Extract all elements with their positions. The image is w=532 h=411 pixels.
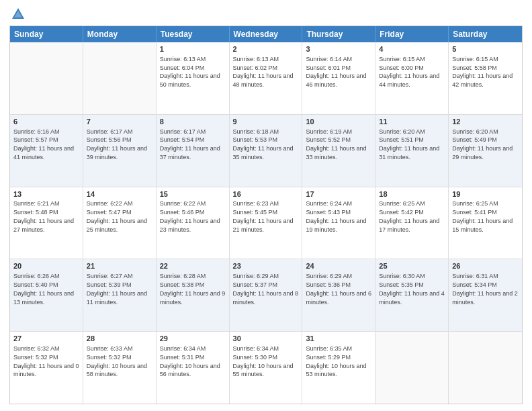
day-info: Sunrise: 6:17 AM Sunset: 5:56 PM Dayligh… <box>87 128 147 161</box>
day-info: Sunrise: 6:29 AM Sunset: 5:36 PM Dayligh… <box>306 273 371 305</box>
day-cell-10: 10Sunrise: 6:19 AM Sunset: 5:52 PM Dayli… <box>302 115 375 187</box>
empty-cell <box>10 42 83 114</box>
day-info: Sunrise: 6:21 AM Sunset: 5:48 PM Dayligh… <box>13 200 74 232</box>
day-number: 27 <box>13 334 79 344</box>
calendar: SundayMondayTuesdayWednesdayThursdayFrid… <box>9 26 523 404</box>
calendar-header: SundayMondayTuesdayWednesdayThursdayFrid… <box>10 26 522 42</box>
day-cell-13: 13Sunrise: 6:21 AM Sunset: 5:48 PM Dayli… <box>10 187 83 259</box>
day-cell-23: 23Sunrise: 6:29 AM Sunset: 5:37 PM Dayli… <box>230 259 303 331</box>
calendar-row-5: 27Sunrise: 6:32 AM Sunset: 5:32 PM Dayli… <box>10 332 522 404</box>
day-number: 28 <box>87 334 152 344</box>
day-cell-4: 4Sunrise: 6:15 AM Sunset: 6:00 PM Daylig… <box>375 42 449 114</box>
day-number: 15 <box>160 189 226 199</box>
day-cell-25: 25Sunrise: 6:30 AM Sunset: 5:35 PM Dayli… <box>375 259 449 331</box>
empty-cell <box>83 42 157 114</box>
day-info: Sunrise: 6:20 AM Sunset: 5:49 PM Dayligh… <box>452 128 513 161</box>
day-info: Sunrise: 6:33 AM Sunset: 5:32 PM Dayligh… <box>87 345 147 377</box>
day-number: 21 <box>87 261 152 271</box>
day-info: Sunrise: 6:16 AM Sunset: 5:57 PM Dayligh… <box>13 128 74 161</box>
day-number: 30 <box>233 334 299 344</box>
day-number: 12 <box>452 117 519 127</box>
calendar-row-2: 6Sunrise: 6:16 AM Sunset: 5:57 PM Daylig… <box>10 115 522 187</box>
day-number: 4 <box>379 44 445 54</box>
day-number: 26 <box>452 261 519 271</box>
day-info: Sunrise: 6:17 AM Sunset: 5:54 PM Dayligh… <box>160 128 220 161</box>
header-day-thursday: Thursday <box>302 26 375 42</box>
header-day-monday: Monday <box>83 26 157 42</box>
calendar-row-1: 1Sunrise: 6:13 AM Sunset: 6:04 PM Daylig… <box>10 42 522 115</box>
day-cell-8: 8Sunrise: 6:17 AM Sunset: 5:54 PM Daylig… <box>157 115 230 187</box>
day-number: 11 <box>379 117 445 127</box>
header-day-friday: Friday <box>375 26 449 42</box>
logo-area <box>9 7 26 21</box>
day-info: Sunrise: 6:15 AM Sunset: 5:58 PM Dayligh… <box>452 56 513 88</box>
day-number: 25 <box>379 261 445 271</box>
day-cell-6: 6Sunrise: 6:16 AM Sunset: 5:57 PM Daylig… <box>10 115 83 187</box>
day-cell-3: 3Sunrise: 6:14 AM Sunset: 6:01 PM Daylig… <box>302 42 375 114</box>
day-number: 2 <box>233 44 299 54</box>
header-day-saturday: Saturday <box>449 26 522 42</box>
day-number: 19 <box>452 189 519 199</box>
day-number: 10 <box>306 117 371 127</box>
day-info: Sunrise: 6:31 AM Sunset: 5:34 PM Dayligh… <box>452 273 518 305</box>
day-number: 5 <box>452 44 519 54</box>
day-cell-22: 22Sunrise: 6:28 AM Sunset: 5:38 PM Dayli… <box>157 259 230 331</box>
day-info: Sunrise: 6:32 AM Sunset: 5:32 PM Dayligh… <box>13 345 79 377</box>
day-cell-24: 24Sunrise: 6:29 AM Sunset: 5:36 PM Dayli… <box>302 259 375 331</box>
day-number: 16 <box>233 189 299 199</box>
day-cell-1: 1Sunrise: 6:13 AM Sunset: 6:04 PM Daylig… <box>157 42 230 114</box>
day-cell-19: 19Sunrise: 6:25 AM Sunset: 5:41 PM Dayli… <box>449 187 522 259</box>
header-day-sunday: Sunday <box>10 26 83 42</box>
day-info: Sunrise: 6:18 AM Sunset: 5:53 PM Dayligh… <box>233 128 294 161</box>
day-cell-26: 26Sunrise: 6:31 AM Sunset: 5:34 PM Dayli… <box>449 259 522 331</box>
day-info: Sunrise: 6:27 AM Sunset: 5:39 PM Dayligh… <box>87 273 147 305</box>
day-number: 14 <box>87 189 152 199</box>
day-info: Sunrise: 6:22 AM Sunset: 5:47 PM Dayligh… <box>87 200 147 232</box>
day-cell-17: 17Sunrise: 6:24 AM Sunset: 5:43 PM Dayli… <box>302 187 375 259</box>
day-number: 9 <box>233 117 299 127</box>
day-cell-7: 7Sunrise: 6:17 AM Sunset: 5:56 PM Daylig… <box>83 115 157 187</box>
day-info: Sunrise: 6:13 AM Sunset: 6:02 PM Dayligh… <box>233 56 294 88</box>
day-cell-16: 16Sunrise: 6:23 AM Sunset: 5:45 PM Dayli… <box>230 187 303 259</box>
day-number: 6 <box>13 117 79 127</box>
header <box>9 7 523 21</box>
day-cell-18: 18Sunrise: 6:25 AM Sunset: 5:42 PM Dayli… <box>375 187 449 259</box>
day-cell-21: 21Sunrise: 6:27 AM Sunset: 5:39 PM Dayli… <box>83 259 157 331</box>
day-info: Sunrise: 6:24 AM Sunset: 5:43 PM Dayligh… <box>306 200 366 232</box>
day-info: Sunrise: 6:20 AM Sunset: 5:51 PM Dayligh… <box>379 128 439 161</box>
day-number: 17 <box>306 189 371 199</box>
day-number: 29 <box>160 334 226 344</box>
logo <box>9 7 26 21</box>
calendar-row-4: 20Sunrise: 6:26 AM Sunset: 5:40 PM Dayli… <box>10 259 522 332</box>
day-info: Sunrise: 6:34 AM Sunset: 5:30 PM Dayligh… <box>233 345 294 377</box>
day-cell-11: 11Sunrise: 6:20 AM Sunset: 5:51 PM Dayli… <box>375 115 449 187</box>
day-number: 18 <box>379 189 445 199</box>
day-cell-30: 30Sunrise: 6:34 AM Sunset: 5:30 PM Dayli… <box>230 332 303 404</box>
header-day-tuesday: Tuesday <box>157 26 230 42</box>
day-cell-2: 2Sunrise: 6:13 AM Sunset: 6:02 PM Daylig… <box>230 42 303 114</box>
day-info: Sunrise: 6:28 AM Sunset: 5:38 PM Dayligh… <box>160 273 226 305</box>
header-day-wednesday: Wednesday <box>230 26 303 42</box>
day-cell-9: 9Sunrise: 6:18 AM Sunset: 5:53 PM Daylig… <box>230 115 303 187</box>
day-info: Sunrise: 6:35 AM Sunset: 5:29 PM Dayligh… <box>306 345 366 377</box>
day-info: Sunrise: 6:30 AM Sunset: 5:35 PM Dayligh… <box>379 273 445 305</box>
day-info: Sunrise: 6:25 AM Sunset: 5:41 PM Dayligh… <box>452 200 513 232</box>
day-number: 31 <box>306 334 371 344</box>
day-cell-5: 5Sunrise: 6:15 AM Sunset: 5:58 PM Daylig… <box>449 42 522 114</box>
day-number: 13 <box>13 189 79 199</box>
day-number: 7 <box>87 117 152 127</box>
day-info: Sunrise: 6:22 AM Sunset: 5:46 PM Dayligh… <box>160 200 220 232</box>
day-cell-15: 15Sunrise: 6:22 AM Sunset: 5:46 PM Dayli… <box>157 187 230 259</box>
day-cell-31: 31Sunrise: 6:35 AM Sunset: 5:29 PM Dayli… <box>302 332 375 404</box>
day-number: 22 <box>160 261 226 271</box>
day-cell-28: 28Sunrise: 6:33 AM Sunset: 5:32 PM Dayli… <box>83 332 157 404</box>
calendar-row-3: 13Sunrise: 6:21 AM Sunset: 5:48 PM Dayli… <box>10 187 522 260</box>
day-cell-27: 27Sunrise: 6:32 AM Sunset: 5:32 PM Dayli… <box>10 332 83 404</box>
day-cell-20: 20Sunrise: 6:26 AM Sunset: 5:40 PM Dayli… <box>10 259 83 331</box>
page: SundayMondayTuesdayWednesdayThursdayFrid… <box>0 0 532 411</box>
day-cell-12: 12Sunrise: 6:20 AM Sunset: 5:49 PM Dayli… <box>449 115 522 187</box>
day-info: Sunrise: 6:13 AM Sunset: 6:04 PM Dayligh… <box>160 56 220 88</box>
day-info: Sunrise: 6:14 AM Sunset: 6:01 PM Dayligh… <box>306 56 366 88</box>
day-info: Sunrise: 6:15 AM Sunset: 6:00 PM Dayligh… <box>379 56 439 88</box>
day-info: Sunrise: 6:25 AM Sunset: 5:42 PM Dayligh… <box>379 200 439 232</box>
